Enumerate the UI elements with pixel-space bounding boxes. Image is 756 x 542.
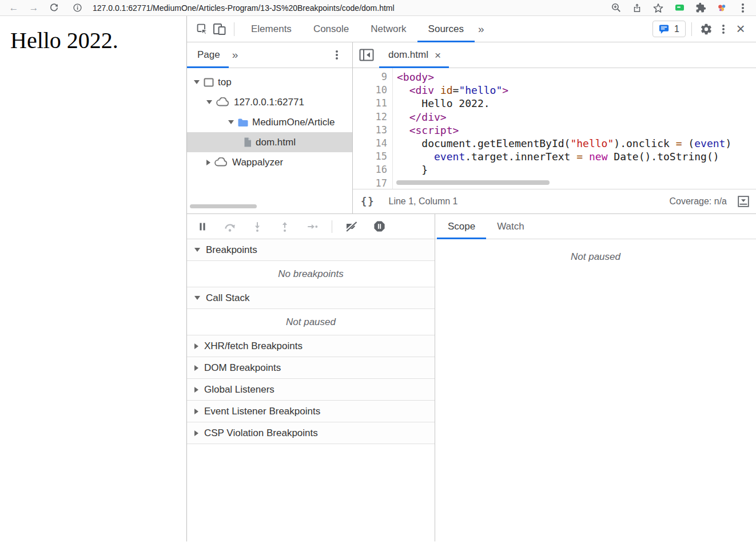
tab-sources[interactable]: Sources [417, 16, 475, 42]
tab-page[interactable]: Page [187, 42, 229, 68]
code-line[interactable]: </div> [397, 110, 756, 124]
disclosure-down-icon[interactable] [228, 120, 234, 124]
line-number[interactable]: 15 [353, 150, 387, 163]
section-breakpoints[interactable]: Breakpoints [187, 239, 435, 261]
zoom-icon[interactable] [610, 2, 622, 14]
navigator-tabbar: Page » [187, 42, 352, 68]
code-line[interactable]: Hello 2022. [397, 97, 756, 110]
tree-item-127-0-0-1-62771[interactable]: 127.0.0.1:62771 [187, 92, 352, 112]
tree-item-label: Wappalyzer [232, 157, 283, 168]
sources-top-split: Page » top127.0.0.1:62771MediumOne/Artic… [187, 42, 756, 214]
code-line[interactable]: event.target.innerText = new Date().toSt… [397, 150, 756, 163]
step-over-button[interactable] [223, 220, 237, 234]
code-line[interactable]: document.getElementById("hello").onclick… [397, 137, 756, 150]
close-devtools-icon[interactable]: × [732, 21, 749, 38]
frame-icon [203, 77, 214, 88]
code-line[interactable]: <body> [397, 70, 756, 84]
forward-icon[interactable]: → [27, 1, 41, 15]
bookmark-star-icon[interactable] [652, 2, 665, 14]
line-number[interactable]: 12 [353, 110, 387, 124]
wappalyzer-extension-icon[interactable] [715, 2, 728, 14]
tab-network[interactable]: Network [360, 16, 417, 42]
browser-toolbar: ← → 127.0.0.1:62771/MediumOne/Articles-P… [0, 0, 756, 16]
tree-item-wappalyzer[interactable]: Wappalyzer [187, 152, 352, 172]
deactivate-breakpoints-button[interactable] [345, 220, 359, 234]
line-number[interactable]: 10 [353, 84, 387, 97]
line-number[interactable]: 11 [353, 97, 387, 110]
navigator-more-tabs-icon[interactable]: » [232, 49, 238, 61]
step-into-button[interactable] [250, 220, 264, 234]
navigator-menu-icon[interactable] [331, 49, 343, 61]
tab-console[interactable]: Console [303, 16, 360, 42]
code-line[interactable]: <script> [397, 124, 756, 137]
section-label: Event Listener Breakpoints [204, 406, 320, 417]
tab-watch[interactable]: Watch [486, 214, 535, 239]
section-call-stack[interactable]: Call Stack [187, 287, 435, 309]
horizontal-scrollbar[interactable] [396, 180, 550, 185]
debugger-toolbar [187, 214, 435, 239]
reload-icon[interactable] [47, 1, 61, 15]
disclosure-down-icon[interactable] [194, 80, 200, 84]
editor-tab-label: dom.html [388, 49, 428, 61]
page-info-icon[interactable] [70, 1, 84, 15]
extensions-puzzle-icon[interactable] [694, 2, 707, 14]
toggle-navigator-icon[interactable] [358, 46, 375, 64]
tree-item-dom-html[interactable]: dom.html [187, 132, 352, 152]
code-lines: <body> <div id="hello"> Hello 2022. </di… [393, 68, 756, 189]
editor-statusbar: {} Line 1, Column 1 Coverage: n/a [353, 189, 756, 213]
pause-script-button[interactable] [196, 220, 209, 234]
step-out-button[interactable] [278, 220, 292, 234]
close-tab-icon[interactable]: × [435, 50, 441, 61]
section-csp-violation-breakpoints[interactable]: CSP Violation Breakpoints [187, 422, 435, 444]
cloud-icon [214, 157, 229, 167]
pretty-print-icon[interactable]: {} [361, 196, 375, 207]
tree-item-top[interactable]: top [187, 72, 352, 92]
line-number[interactable]: 13 [353, 124, 387, 137]
tab-scope[interactable]: Scope [437, 214, 486, 239]
code-editor[interactable]: 91011121314151617 <body> <div id="hello"… [353, 68, 756, 189]
device-toolbar-icon[interactable] [211, 21, 228, 38]
extension-badge-icon[interactable] [673, 2, 686, 14]
show-drawer-icon[interactable] [735, 193, 752, 210]
step-button[interactable] [305, 220, 319, 234]
inspect-element-icon[interactable] [194, 21, 211, 38]
section-label: XHR/fetch Breakpoints [204, 341, 303, 352]
line-number[interactable]: 16 [353, 163, 387, 176]
editor-tab-dom-html[interactable]: dom.html × [379, 42, 449, 68]
horizontal-scrollbar[interactable] [190, 204, 257, 208]
more-tabs-icon[interactable]: » [478, 23, 484, 35]
line-number[interactable]: 14 [353, 137, 387, 150]
section-event-listener-breakpoints[interactable]: Event Listener Breakpoints [187, 401, 435, 422]
url-text[interactable]: 127.0.0.1:62771/MediumOne/Articles-Progr… [93, 3, 604, 13]
browser-menu-icon[interactable] [737, 2, 749, 14]
toolbar-divider [691, 22, 692, 36]
hello-text[interactable]: Hello 2022. [10, 27, 186, 54]
disclosure-right-icon [194, 387, 198, 393]
disclosure-down-icon[interactable] [206, 100, 212, 104]
line-number[interactable]: 17 [353, 177, 387, 189]
code-line[interactable]: <div id="hello"> [397, 84, 756, 97]
pause-on-exceptions-button[interactable] [372, 220, 386, 234]
section-xhr-fetch-breakpoints[interactable]: XHR/fetch Breakpoints [187, 335, 435, 357]
tab-elements[interactable]: Elements [240, 16, 303, 42]
tree-item-mediumone-article[interactable]: MediumOne/Article [187, 112, 352, 132]
browser-window: ← → 127.0.0.1:62771/MediumOne/Articles-P… [0, 0, 756, 541]
coverage-status: Coverage: n/a [669, 196, 727, 207]
line-number[interactable]: 9 [353, 70, 387, 84]
section-label: CSP Violation Breakpoints [204, 428, 318, 439]
settings-gear-icon[interactable] [698, 21, 715, 38]
disclosure-right-icon [194, 430, 198, 436]
disclosure-right-icon[interactable] [206, 160, 210, 165]
issues-button[interactable]: 1 [652, 21, 686, 37]
devtools-menu-icon[interactable] [715, 21, 732, 38]
section-dom-breakpoints[interactable]: DOM Breakpoints [187, 357, 435, 379]
cloud-icon [216, 97, 230, 107]
back-icon[interactable]: ← [7, 1, 21, 15]
section-label: DOM Breakpoints [204, 362, 281, 374]
share-icon[interactable] [631, 2, 643, 14]
devtools-toolbar: Elements Console Network Sources » 1 × [187, 16, 756, 42]
code-gutter: 91011121314151617 [353, 68, 393, 189]
code-line[interactable]: } [397, 163, 756, 176]
section-global-listeners[interactable]: Global Listeners [187, 379, 435, 401]
sources-bottom-split: BreakpointsNo breakpointsCall StackNot p… [187, 214, 756, 541]
